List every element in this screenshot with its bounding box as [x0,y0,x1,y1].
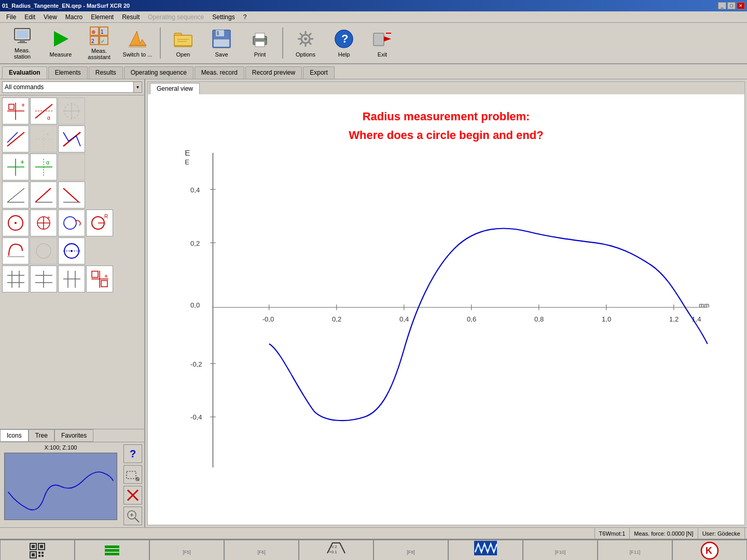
measure-button[interactable]: Measure [43,25,79,61]
cmd-icon-circle-partial[interactable] [2,237,29,264]
cmd-icon-circle-wave[interactable] [58,209,85,236]
f8-thread-button[interactable]: F8 Thread Evaluation [448,540,523,560]
cmd-icon-grid2[interactable] [30,265,57,292]
cmd-icon-crosshair-circle[interactable] [58,97,85,124]
cmd-icon-empty-3 [58,153,85,180]
svg-text:+: + [46,132,49,137]
switch-to-icon [127,29,148,49]
preview-area [4,453,117,520]
svg-line-54 [7,132,18,143]
tab-meas-record[interactable]: Meas. record [195,66,244,79]
print-button[interactable]: Print [242,25,278,61]
menu-view[interactable]: View [39,12,61,22]
svg-text:+: + [20,158,24,166]
cmd-icon-circle-blue[interactable] [58,237,85,264]
cmd-icon-plus-green[interactable]: + [2,153,29,180]
meas-station-button[interactable]: Meas. station [4,25,40,61]
exit-button[interactable]: Exit [364,25,400,61]
cmd-icon-grid1[interactable] [2,265,29,292]
left-tab-favorites[interactable]: Favorites [54,429,93,442]
cmd-icon-line-angle[interactable]: α [30,97,57,124]
svg-point-29 [304,37,307,40]
cmd-icon-circle-red[interactable] [2,209,29,236]
f6-button: [F6] [224,540,299,560]
menu-settings[interactable]: Settings [208,12,239,22]
chart-title: Radius measurement problem: Where does a… [169,100,724,147]
side-search-plus-button[interactable] [123,507,142,525]
help-button[interactable]: ? Help [326,25,362,61]
meas-station-icon [12,26,33,45]
svg-text:0,2: 0,2 [190,240,200,247]
svg-rect-98 [92,271,98,277]
cmd-icon-crosshair-dots[interactable]: + [30,125,57,152]
svg-rect-23 [214,39,229,47]
window-controls[interactable]: _ □ ✕ [718,2,745,9]
open-label: Open [176,51,190,58]
cmd-icon-red-diag[interactable] [58,125,85,152]
left-tab-icons[interactable]: Icons [0,429,29,442]
cmd-icon-diag-line[interactable] [2,125,29,152]
maximize-button[interactable]: □ [727,2,736,9]
tab-evaluation[interactable]: Evaluation [2,66,47,79]
tab-elements[interactable]: Elements [48,66,88,79]
icon-row-6 [2,237,142,264]
svg-rect-102 [127,471,136,479]
menu-element[interactable]: Element [87,12,118,22]
cmd-icon-angle1[interactable] [2,181,29,208]
tab-results[interactable]: Results [89,66,123,79]
toolbar-separator-1 [160,27,161,59]
cmd-icon-circle-gray[interactable] [30,237,57,264]
svg-rect-22 [217,31,219,35]
cmd-icon-circle-crosshair[interactable]: + [30,209,57,236]
preview-coords: X:100; Z:100 [2,444,119,451]
left-tab-tree[interactable]: Tree [29,429,54,442]
f12-icon: K [700,541,719,561]
switch-to-button[interactable]: Switch to ... [119,25,156,61]
cmd-icon-angle3[interactable] [58,181,85,208]
menu-result[interactable]: Result [118,12,144,22]
cmd-icon-crosshair-plus[interactable]: + [2,97,29,124]
preview-container: X:100; Z:100 [0,442,121,527]
close-button[interactable]: ✕ [737,2,745,9]
commands-dropdown[interactable]: All commands [2,81,134,93]
svg-text:✓: ✓ [101,38,105,44]
f7-button[interactable]: +0.1 V 2 Bevel Evaluation V 2.0 [299,540,374,560]
cmd-icon-angle2[interactable] [30,181,57,208]
commands-dropdown-arrow[interactable]: ▼ [134,81,142,93]
svg-text:⊕: ⊕ [91,29,95,35]
svg-rect-151 [105,553,119,555]
menu-edit[interactable]: Edit [20,12,39,22]
save-button[interactable]: Save [203,25,240,61]
svg-line-107 [135,518,139,522]
tab-operating-sequence[interactable]: Operating sequence [124,66,193,79]
cmd-icon-circle-r[interactable]: R [86,209,113,236]
svg-line-37 [300,42,302,45]
minimize-button[interactable]: _ [718,2,726,9]
commands-header: All commands ▼ [0,79,144,95]
svg-text:2: 2 [91,38,94,44]
menu-file[interactable]: File [2,12,20,22]
svg-rect-149 [105,545,119,548]
tab-record-preview[interactable]: Record preview [245,66,302,79]
chart-tab-general-view[interactable]: General view [150,83,200,94]
f1-button[interactable] [0,540,75,560]
f6-label: [F6] [257,550,266,555]
f12-button[interactable]: K [672,540,747,560]
side-delete-button[interactable] [123,486,142,505]
meas-assistant-button[interactable]: ⊕ 1 2 ✓ Meas. assistant [81,25,117,61]
cmd-icon-grid3[interactable] [58,265,85,292]
menu-macro[interactable]: Macro [61,12,87,22]
side-select-button[interactable] [123,465,142,484]
options-button[interactable]: Options [287,25,324,61]
side-help-button[interactable]: ? [123,444,142,463]
open-button[interactable]: Open [165,25,201,61]
svg-text:α: α [46,159,50,165]
svg-line-69 [63,188,79,202]
cmd-icon-crosshair-plus-red[interactable]: + [86,265,113,292]
measure-label: Measure [50,51,72,58]
tab-export[interactable]: Export [303,66,335,79]
menu-help[interactable]: ? [239,12,251,22]
f2-button[interactable] [75,540,149,560]
svg-point-77 [64,217,76,229]
cmd-icon-alpha-line[interactable]: α [30,153,57,180]
